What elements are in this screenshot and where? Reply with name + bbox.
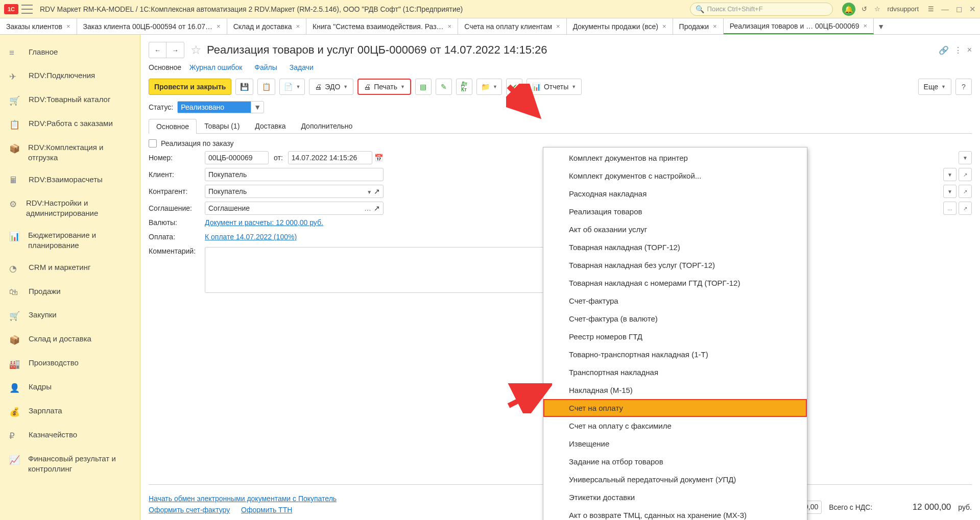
footer-link-ttn[interactable]: Оформить ТТН [241,506,292,514]
realization-by-order-checkbox[interactable] [149,139,157,147]
close-icon[interactable]: × [448,22,452,30]
print-menu-item[interactable]: Счет-фактура [543,292,807,310]
sidebar-item-main[interactable]: ≡Главное [0,41,140,64]
print-menu-item[interactable]: Транспортная накладная [543,363,807,381]
save-button[interactable]: 💾 [235,79,253,95]
sidebar-item-finance[interactable]: 📈Финансовый результат и контроллинг [0,448,140,480]
sidebar-item-hr[interactable]: 👤Кадры [0,376,140,400]
doc-icon-button[interactable]: ▤ [415,79,432,95]
star-icon[interactable]: ☆ [190,43,202,57]
print-menu-item[interactable]: Акт о возврате ТМЦ, сданных на хранение … [543,506,807,520]
global-search-input[interactable]: 🔍 Поиск Ctrl+Shift+F [690,3,833,16]
field-dropdown-button[interactable]: ▼ [959,151,972,164]
tab-warehouse[interactable]: Склад и доставка× [227,18,306,34]
sidebar-item-settlements[interactable]: 🖩RDV:Взаиморасчеты [0,168,140,192]
print-menu-item[interactable]: Товарно-транспортная накладная (1-Т) [543,345,807,363]
print-menu-item[interactable]: Извещение [543,435,807,453]
notifications-icon[interactable]: 🔔 [842,3,855,16]
more-button[interactable]: Еще ▼ [918,79,951,95]
field-dots-button[interactable]: … [943,202,957,215]
sidebar-item-catalog[interactable]: 🛒RDV:Товарный каталог [0,88,140,112]
print-menu-item[interactable]: Счет-фактура (в валюте) [543,310,807,328]
section-link-files[interactable]: Файлы [254,63,277,71]
close-icon[interactable]: × [864,22,868,30]
edo-button[interactable]: 🖨 ЭДО ▼ [309,79,353,95]
sidebar-item-connections[interactable]: ✈RDV:Подключения [0,64,140,88]
sidebar-item-orders[interactable]: 📋RDV:Работа с заказами [0,112,140,136]
print-menu-item[interactable]: Комплект документов на принтер [543,149,807,167]
close-icon[interactable]: × [296,22,300,30]
save-close-button[interactable]: Провести и закрыть [149,79,231,95]
print-button[interactable]: 🖨 Печать ▼ [357,79,411,95]
print-menu-item[interactable]: Комплект документов с настройкой... [543,167,807,185]
close-icon[interactable]: × [66,22,70,30]
number-field[interactable]: 00ЦБ-000069 [205,151,269,164]
window-restore-icon[interactable]: ◻ [956,5,962,14]
dtct-button[interactable]: ДтКт [456,79,472,95]
print-menu-item[interactable]: Реализация товаров [543,203,807,220]
create-based-button[interactable]: 📄▼ [279,79,305,95]
tab-realization[interactable]: Реализация товаров и … 00ЦБ-000069× [724,18,874,34]
client-field[interactable]: Покупатель [205,168,384,181]
close-page-icon[interactable]: × [967,45,972,55]
close-icon[interactable]: × [713,22,717,30]
sidebar-item-sales[interactable]: 🛍Продажи [0,280,140,304]
nav-back-button[interactable]: ← [149,42,166,58]
print-menu-item[interactable]: Счет на оплату с факсимиле [543,417,807,435]
subtab-main[interactable]: Основное [149,119,197,134]
print-menu-item[interactable]: Акт об оказании услуг [543,220,807,238]
date-field[interactable]: 14.07.2022 14:15:26 [288,151,372,164]
window-minimize-icon[interactable]: — [941,5,949,13]
folder-button[interactable]: 📁▼ [476,79,502,95]
footer-link-edo[interactable]: Начать обмен электронными документами с … [149,494,337,503]
tab-orders[interactable]: Заказы клиентов× [0,18,77,34]
sidebar-item-treasury[interactable]: ₽Казначейство [0,424,140,448]
sidebar-item-purchases[interactable]: 🛒Закупки [0,304,140,328]
nav-forward-button[interactable]: → [166,42,184,58]
pencil-icon-button[interactable]: ✎ [436,79,452,95]
section-link-tasks[interactable]: Задачи [290,63,314,71]
sidebar-item-picking[interactable]: 📦RDV:Комплектация и отгрузка [0,136,140,168]
tab-order-594[interactable]: Заказ клиента 00ЦБ-000594 от 16.07…× [77,18,227,34]
user-menu-caret-icon[interactable]: ☰ [928,5,934,13]
field-open-button[interactable]: ↗ [959,202,972,215]
close-icon[interactable]: × [556,22,560,30]
tabs-overflow-button[interactable]: ▼ [874,18,888,34]
tab-sales[interactable]: Продажи× [673,18,724,34]
print-menu-item[interactable]: Накладная (М-15) [543,381,807,399]
close-icon[interactable]: × [217,22,221,30]
username[interactable]: rdvsupport [888,5,919,13]
sidebar-item-production[interactable]: 🏭Производство [0,352,140,376]
sidebar-item-crm[interactable]: ◔CRM и маркетинг [0,256,140,280]
subtab-delivery[interactable]: Доставка [247,118,293,133]
post-button[interactable]: 📋 [257,79,275,95]
sidebar-item-admin[interactable]: ⚙RDV:Настройки и администрирование [0,192,140,224]
link-icon[interactable]: 🔗 [939,45,949,55]
print-menu-item[interactable]: Задание на отбор товаров [543,453,807,471]
burger-menu-button[interactable] [21,5,33,14]
print-menu-item[interactable]: Расходная накладная [543,185,807,203]
field-dropdown-button[interactable]: ▼ [943,185,957,198]
kebab-icon[interactable]: ⋮ [954,45,962,55]
status-combo[interactable]: Реализовано ▼ [177,101,264,113]
print-menu-item[interactable]: Товарная накладная с номерами ГТД (ТОРГ-… [543,274,807,292]
contractor-field[interactable]: Покупатель ▼ ↗ [205,185,384,198]
sidebar-item-warehouse[interactable]: 📦Склад и доставка [0,328,140,352]
calendar-icon[interactable]: 📅 [374,154,383,162]
currency-link[interactable]: Документ и расчеты: 12 000,00 руб. [205,218,323,227]
help-button[interactable]: ? [955,79,972,95]
print-menu-item[interactable]: Товарная накладная (ТОРГ-12) [543,238,807,256]
favorites-icon[interactable]: ☆ [874,5,880,13]
chevron-down-icon[interactable]: ▼ [251,102,264,113]
tab-book[interactable]: Книга "Система взаимодействия. Раз…× [306,18,458,34]
agreement-field[interactable]: Соглашение … ↗ [205,202,384,215]
payment-link[interactable]: К оплате 14.07.2022 (100%) [205,233,297,241]
footer-link-invoice[interactable]: Оформить счет-фактуру [149,506,230,514]
print-menu-item[interactable]: Универсальный передаточный документ (УПД… [543,471,807,488]
sidebar-item-salary[interactable]: 💰Зарплата [0,400,140,424]
tab-invoices[interactable]: Счета на оплату клиентам× [458,18,566,34]
field-open-button[interactable]: ↗ [959,168,972,181]
field-open-button[interactable]: ↗ [959,185,972,198]
print-menu-item[interactable]: Этикетки доставки [543,488,807,506]
window-close-icon[interactable]: ✕ [969,5,976,14]
